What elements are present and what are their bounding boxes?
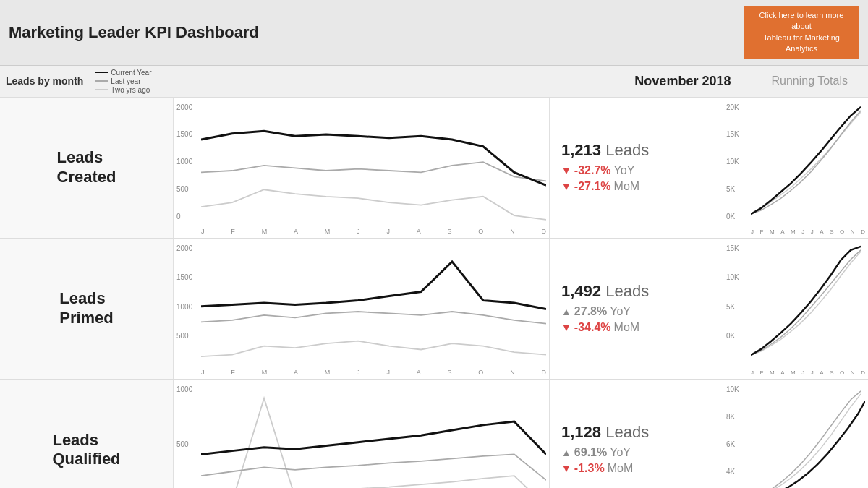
- page-title: Marketing Leader KPI Dashboard: [9, 23, 259, 42]
- kpi-leads-qualified: 1,128 Leads ▲ 69.1% YoY ▼ -1.3% MoM: [550, 380, 723, 488]
- legend-current: Current Year: [95, 69, 151, 77]
- running-y-primed: 15K 10K 5K 0K: [726, 244, 739, 361]
- label-leads-primed: Leads Primed: [0, 239, 174, 379]
- kpi-leads-created: 1,213 Leads ▼ -32.7% YoY ▼ -27.1% MoM: [550, 98, 723, 238]
- chart-svg-created: [201, 103, 546, 241]
- chart-svg-primed: [201, 244, 546, 382]
- kpi-yoy-qualified: ▲ 69.1% YoY: [561, 446, 711, 459]
- legend-line-twoyrs: [95, 89, 108, 90]
- leads-by-month-label: Leads by month: [6, 75, 83, 87]
- arrow-down-icon: ▼: [561, 463, 571, 474]
- arrow-down-icon: ▼: [561, 181, 571, 192]
- kpi-mom-qualified: ▼ -1.3% MoM: [561, 462, 711, 475]
- chart-leads-created: 2000 1500 1000 500 0 JFMAMJJASOND: [174, 98, 550, 238]
- x-labels-primed: JFMAMJJASOND: [201, 369, 546, 376]
- running-totals-label: Running Totals: [771, 74, 848, 87]
- legend-line-current: [95, 72, 108, 73]
- dashboard-grid: Leads Created 2000 1500 1000 500 0 JFM: [0, 98, 868, 488]
- subheader: Leads by month Current Year Last year Tw…: [0, 66, 868, 98]
- running-svg-created: [751, 103, 865, 218]
- current-month: November 2018: [634, 74, 731, 89]
- kpi-mom-primed: ▼ -34.4% MoM: [561, 321, 711, 334]
- kpi-main-created: 1,213 Leads: [561, 141, 711, 160]
- running-primed: 15K 10K 5K 0K JFMAMJJASOND: [723, 239, 868, 379]
- arrow-up-icon: ▲: [561, 447, 571, 458]
- y-labels-primed: 2000 1500 1000 500: [176, 244, 192, 361]
- label-leads-created: Leads Created: [0, 98, 174, 238]
- row-leads-primed: Leads Primed 2000 1500 1000 500 JFMAM: [0, 239, 868, 380]
- kpi-yoy-primed: ▲ 27.8% YoY: [561, 305, 711, 318]
- chart-svg-qualified: [201, 385, 546, 488]
- label-leads-qualified: Leads Qualified: [0, 380, 174, 488]
- running-x-created: JFMAMJJASOND: [751, 228, 865, 235]
- legend-two-yrs: Two yrs ago: [95, 86, 151, 94]
- running-created: 20K 15K 10K 5K 0K JFMAMJJASOND: [723, 98, 868, 238]
- arrow-up-icon: ▲: [561, 306, 571, 317]
- chart-leads-primed: 2000 1500 1000 500 JFMAMJJASOND: [174, 239, 550, 379]
- row-leads-qualified: Leads Qualified 1000 500 0 JFMAMJJAS: [0, 380, 868, 488]
- kpi-mom-created: ▼ -27.1% MoM: [561, 180, 711, 193]
- running-x-primed: JFMAMJJASOND: [751, 369, 865, 376]
- chart-leads-qualified: 1000 500 0 JFMAMJJASOND: [174, 380, 550, 488]
- legend-last: Last year: [95, 77, 151, 85]
- running-y-created: 20K 15K 10K 5K 0K: [726, 103, 739, 221]
- y-labels-created: 2000 1500 1000 500 0: [176, 103, 192, 221]
- x-labels-created: JFMAMJJASOND: [201, 228, 546, 235]
- kpi-yoy-created: ▼ -32.7% YoY: [561, 164, 711, 177]
- row-leads-created: Leads Created 2000 1500 1000 500 0 JFM: [0, 98, 868, 239]
- running-svg-primed: [751, 244, 865, 359]
- arrow-down-icon: ▼: [561, 165, 571, 176]
- cta-button[interactable]: Click here to learn more about Tableau f…: [744, 6, 859, 59]
- y-labels-qualified: 1000 500 0: [176, 385, 192, 488]
- kpi-leads-primed: 1,492 Leads ▲ 27.8% YoY ▼ -34.4% MoM: [550, 239, 723, 379]
- running-y-qualified: 10K 8K 6K 4K 2K: [726, 385, 739, 488]
- running-svg-qualified: [751, 385, 865, 488]
- arrow-down-icon: ▼: [561, 322, 571, 333]
- kpi-main-qualified: 1,128 Leads: [561, 423, 711, 442]
- legend-line-last: [95, 80, 108, 82]
- header: Marketing Leader KPI Dashboard Click her…: [0, 0, 868, 66]
- kpi-main-primed: 1,492 Leads: [561, 282, 711, 301]
- running-qualified: 10K 8K 6K 4K 2K JFMAMJJASOND: [723, 380, 868, 488]
- legend: Current Year Last year Two yrs ago: [95, 69, 151, 94]
